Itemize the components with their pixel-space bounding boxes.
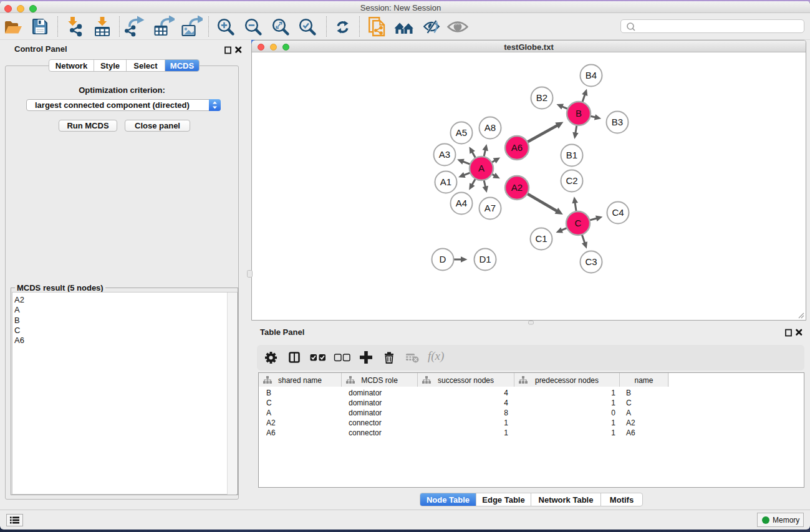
svg-text:C2: C2 [566, 175, 577, 186]
svg-text:D: D [440, 254, 446, 264]
svg-text:A: A [478, 163, 485, 173]
svg-text:A5: A5 [456, 127, 467, 138]
svg-text:B3: B3 [612, 117, 623, 127]
svg-text:A1: A1 [440, 177, 451, 187]
svg-text:A7: A7 [485, 203, 496, 213]
svg-text:B4: B4 [586, 70, 597, 80]
svg-text:A8: A8 [485, 122, 496, 133]
svg-text:A4: A4 [456, 198, 467, 208]
svg-text:A2: A2 [511, 182, 523, 193]
svg-text:A6: A6 [511, 142, 523, 153]
svg-text:B2: B2 [536, 92, 547, 103]
svg-text:D1: D1 [479, 254, 491, 264]
svg-text:B1: B1 [566, 150, 577, 160]
svg-text:C1: C1 [535, 233, 547, 244]
svg-text:C: C [575, 218, 582, 228]
svg-text:A3: A3 [439, 149, 450, 160]
svg-text:C3: C3 [585, 256, 597, 267]
svg-text:C4: C4 [612, 207, 624, 218]
svg-text:B: B [576, 108, 582, 118]
